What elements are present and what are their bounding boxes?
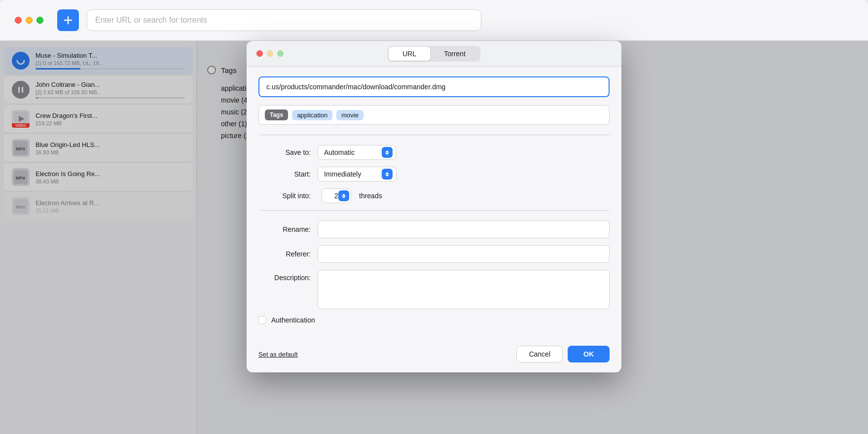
split-label: Split into:	[258, 192, 318, 200]
split-row: Split into: threads	[258, 188, 610, 203]
start-select[interactable]: Immediately	[318, 167, 397, 181]
referer-input[interactable]	[318, 245, 610, 263]
modal-maximize-button	[277, 50, 284, 57]
traffic-lights	[15, 17, 43, 24]
close-button[interactable]	[15, 17, 22, 24]
modal-titlebar: URL Torrent	[247, 41, 621, 67]
start-label: Start:	[258, 170, 318, 178]
rename-row: Rename:	[258, 220, 610, 238]
tags-button[interactable]: Tags	[265, 109, 288, 120]
tag-chip-movie[interactable]: movie	[336, 110, 363, 120]
set-default-link[interactable]: Set as default	[258, 351, 298, 358]
url-input-row	[258, 76, 610, 97]
auth-row: Authentication	[258, 316, 610, 324]
description-label: Description:	[258, 270, 318, 282]
start-row: Start: Immediately	[258, 167, 610, 181]
tab-url[interactable]: URL	[389, 47, 430, 61]
tags-row: Tags application movie	[258, 105, 610, 125]
ok-button[interactable]: OK	[568, 346, 610, 362]
thread-count-wrapper	[322, 188, 351, 203]
rename-input[interactable]	[318, 220, 610, 238]
search-placeholder: Enter URL or search for torrents	[95, 16, 207, 25]
description-row: Description:	[258, 270, 610, 309]
url-input[interactable]	[258, 76, 610, 97]
maximize-button[interactable]	[36, 17, 43, 24]
rename-label: Rename:	[258, 225, 318, 233]
minimize-button[interactable]	[26, 17, 33, 24]
auth-checkbox[interactable]	[258, 316, 266, 324]
modal-minimize-button	[267, 50, 273, 57]
threads-label: threads	[359, 192, 382, 200]
save-to-label: Save to:	[258, 148, 318, 156]
add-download-modal: URL Torrent Tags application movie	[247, 41, 621, 372]
modal-overlay: URL Torrent Tags application movie	[0, 41, 868, 434]
modal-body: Tags application movie Save to: Automati…	[247, 67, 621, 346]
start-select-wrapper: Immediately	[318, 167, 397, 181]
save-to-row: Save to: Automatic	[258, 145, 610, 160]
save-to-select[interactable]: Automatic	[318, 145, 397, 160]
main-content: Muse - Simulation T... [1] 0 of 160.72 M…	[0, 41, 868, 434]
tag-chip-application[interactable]: application	[292, 110, 332, 120]
auth-label: Authentication	[271, 316, 315, 324]
top-bar: Enter URL or search for torrents	[0, 0, 868, 41]
modal-traffic-lights	[256, 50, 284, 57]
cancel-button[interactable]: Cancel	[516, 346, 563, 362]
description-input[interactable]	[318, 270, 610, 309]
modal-tabs: URL Torrent	[388, 46, 480, 62]
referer-label: Referer:	[258, 250, 318, 258]
form-divider	[258, 135, 610, 135]
app-window: Enter URL or search for torrents Muse - …	[0, 0, 868, 434]
footer-buttons: Cancel OK	[516, 346, 610, 362]
search-bar[interactable]: Enter URL or search for torrents	[87, 9, 481, 31]
save-to-select-wrapper: Automatic	[318, 145, 397, 160]
modal-footer: Set as default Cancel OK	[247, 346, 621, 372]
thread-count-input[interactable]	[322, 188, 351, 203]
form-divider-2	[258, 210, 610, 211]
tab-torrent[interactable]: Torrent	[430, 47, 479, 61]
modal-close-button[interactable]	[256, 50, 263, 57]
referer-row: Referer:	[258, 245, 610, 263]
add-download-button[interactable]	[57, 9, 79, 31]
